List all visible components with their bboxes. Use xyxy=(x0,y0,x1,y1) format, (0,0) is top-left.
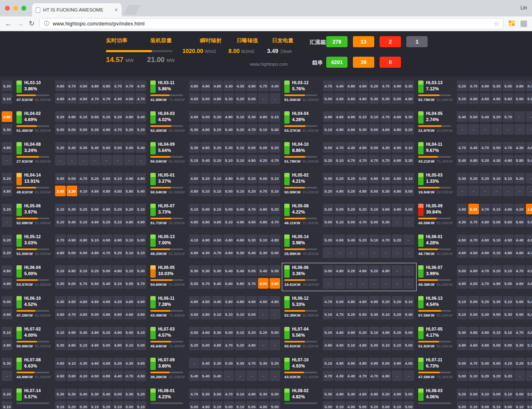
address-bar[interactable]: ⓘ www.hightopo.com/demo/pv/index.html ☆ xyxy=(39,18,504,29)
string-value-cell: 4.10 xyxy=(78,186,89,196)
string-value-cell: 4.90 xyxy=(67,111,77,122)
string-group[interactable]: HL05-013.27%50.54KW81.60KW4.805.205.104.… xyxy=(150,173,280,196)
device-progress-fill xyxy=(16,341,37,342)
device-titles: HL05-143.98% xyxy=(292,234,309,247)
string-group[interactable]: HL05-084.22%46.11KW71.40KW5.205.005.205.… xyxy=(284,204,414,227)
device-titles: HL05-084.22% xyxy=(292,204,309,216)
combiner-offline-badge[interactable]: 1 xyxy=(406,36,428,47)
string-group[interactable]: HL07-054.17%51.82KW81.60KW5.304.804.905.… xyxy=(418,327,532,350)
string-group[interactable]: HL04-024.69%51.45KW81.60KW5.204.905.105.… xyxy=(16,111,146,135)
string-group[interactable]: HL07-116.73%47.58KW71.40KW5.004.705.405.… xyxy=(418,358,532,381)
string-cells: 4.905.005.204.905.105.304.805.105.304.90… xyxy=(189,111,280,135)
url-text[interactable]: www.hightopo.com/demo/pv/index.html xyxy=(53,21,145,27)
combiner-alarm-badge[interactable]: 2 xyxy=(380,36,401,47)
string-group[interactable]: HL07-086.63%44.99KW81.60KW4.604.104.304.… xyxy=(16,358,146,381)
string-value-cell: 5.10 xyxy=(113,216,123,227)
string-group[interactable]: HL04-1413.91%48.61KW81.60KW5.005.004.705… xyxy=(16,173,146,196)
device-power: 53.37KW81.60KW xyxy=(284,128,320,133)
string-group[interactable]: HL03-125.76%51.00KW81.60KW4.704.404.804.… xyxy=(284,80,414,104)
string-group[interactable]: HL06-0510.03%54.60KW81.60KW5.305.305.305… xyxy=(150,265,280,289)
string-group[interactable]: HL08-024.82%5.304.905.404.904.905.204.90… xyxy=(284,388,414,409)
device-loss-percent: 4.57% xyxy=(158,333,175,338)
string-group[interactable]: HL08-034.06%5.205.005.105.005.105.005.00… xyxy=(418,388,532,409)
device-progressbar xyxy=(16,279,49,281)
string-group[interactable]: HL07-045.56%50.91KW81.60KW5.204.604.905.… xyxy=(284,327,414,350)
tab-close-icon[interactable]: × xyxy=(115,7,118,13)
string-group[interactable]: HL04-119.67%43.21KW71.40KW4.704.404.705.… xyxy=(418,142,532,165)
forward-button[interactable]: → xyxy=(17,20,24,27)
string-group[interactable]: HL05-073.73%51.72KW81.60KW5.105.005.105.… xyxy=(150,204,280,227)
string-group[interactable]: HL06-134.54%57.56KW81.60KW5.105.005.205.… xyxy=(418,296,532,319)
string-warning-badge[interactable]: 39 xyxy=(353,57,374,68)
combiner-warning-badge[interactable]: 13 xyxy=(353,36,374,47)
string-group[interactable]: HL05-0930.84%45.59KW81.60KW4.900.304.705… xyxy=(418,204,532,227)
device-info: HL05-137.00%49.20KW81.60KW xyxy=(150,234,187,258)
string-value-cell: 4.90 xyxy=(357,340,368,350)
string-group[interactable]: HL04-108.86%51.78KW81.60KW5.004.704.404.… xyxy=(284,142,414,165)
string-group[interactable]: HL05-137.00%49.20KW81.60KW4.104.904.504.… xyxy=(150,234,280,258)
string-group[interactable]: HL03-137.12%52.79KW81.60KW5.204.704.905.… xyxy=(418,80,532,104)
minimize-window-button[interactable] xyxy=(13,6,18,11)
device-progress-fill xyxy=(418,156,438,158)
string-ok-badge[interactable]: 4201 xyxy=(326,57,348,68)
device-loss-percent: 4.23% xyxy=(158,394,175,399)
string-value-cell: 4.70 xyxy=(90,93,100,104)
string-group[interactable]: HL04-052.74%21.97KW30.60KW5.405.505.405.… xyxy=(418,111,532,135)
string-group[interactable]: HL04-034.02%52.40KW81.60KW4.905.005.204.… xyxy=(150,111,280,135)
extension-icon[interactable] xyxy=(520,21,527,27)
device-header: HL05-123.03% xyxy=(16,234,53,247)
string-group[interactable]: HL05-143.98%25.89KW40.80KW5.204.905.405.… xyxy=(284,234,414,258)
string-group[interactable]: HL07-093.80%36.26KW61.20KW–5.405.305.305… xyxy=(150,358,280,381)
string-group[interactable]: HL06-104.52%47.26KW81.60KW4.304.504.604.… xyxy=(16,296,146,319)
string-group[interactable]: HL07-104.93%43.02KW71.40KW5.104.904.904.… xyxy=(284,358,414,381)
string-group[interactable]: HL04-095.64%50.04KW81.60KW5.304.905.205.… xyxy=(150,142,280,165)
string-group[interactable]: HL05-063.97%52.68KW81.60KW5.105.305.205.… xyxy=(16,204,146,227)
device-current-power: 50.96KW xyxy=(16,344,33,348)
string-group[interactable]: HL05-123.03%51.00KW81.60KW4.704.904.905.… xyxy=(16,234,146,258)
string-group[interactable]: HL03-103.86%47.51KW81.60KW4.604.704.504.… xyxy=(16,80,146,104)
string-group[interactable]: HL05-024.21%50.99KW81.60KW5.305.205.205.… xyxy=(284,173,414,196)
string-value-cell: – xyxy=(514,186,525,196)
device-current-power: 47.26KW xyxy=(16,313,33,317)
alarm-value-cell: 1.80 xyxy=(526,204,532,214)
string-group[interactable]: HL06-014.28%48.79KW81.60KW4.504.704.605.… xyxy=(418,234,532,258)
combiner-ok-badge[interactable]: 278 xyxy=(326,36,348,47)
page-info-icon[interactable]: ⓘ xyxy=(44,20,49,28)
bookmark-star-icon[interactable]: ☆ xyxy=(494,20,499,28)
string-alarm-badge[interactable]: 0 xyxy=(380,57,401,68)
string-group[interactable]: HL04-083.24%27.91KW40.80KW5.205.405.305.… xyxy=(16,142,146,165)
string-group[interactable]: HL08-014.23%4.705.305.004.705.104.905.30… xyxy=(150,388,280,409)
device-loss-percent: 7.28% xyxy=(158,302,175,307)
zoom-window-button[interactable] xyxy=(21,6,26,11)
string-group[interactable]: HL05-031.33%19.94KW30.60KW5.305.205.205.… xyxy=(418,173,532,196)
string-value-cell: – xyxy=(113,155,123,165)
string-group[interactable]: HL04-044.28%53.37KW81.60KW4.904.604.905.… xyxy=(284,111,414,135)
device-header: HL04-108.86% xyxy=(284,142,320,154)
string-cells: 4.904.604.905.105.104.704.605.305.104.90… xyxy=(323,111,414,135)
new-tab-button[interactable] xyxy=(123,5,141,15)
device-info: HL07-054.17%51.82KW81.60KW xyxy=(418,327,454,350)
string-value-cell: 4.60 xyxy=(514,278,525,289)
string-group[interactable]: HL07-034.57%45.64KW71.40KW4.504.605.305.… xyxy=(150,327,280,350)
extension-grid-icon[interactable] xyxy=(509,21,516,27)
device-current-power: 51.72KW xyxy=(150,221,167,225)
string-group[interactable]: HL06-063.36%19.61KW30.60KW5.004.805.204.… xyxy=(284,265,414,289)
browser-tab[interactable]: HT IS FUCKING AWESOME × xyxy=(32,3,122,16)
device-header: HL06-117.28% xyxy=(150,296,187,308)
back-button[interactable]: ← xyxy=(5,20,12,27)
device-info: HL04-083.24%27.91KW40.80KW xyxy=(16,142,53,165)
string-group[interactable]: HL06-045.00%53.57KW81.60KW5.104.905.105.… xyxy=(16,265,146,289)
string-group[interactable]: HL07-024.00%50.96KW81.60KW5.104.905.404.… xyxy=(16,327,146,350)
edge-cells: 5.205.10 xyxy=(2,388,12,409)
string-group[interactable]: HL06-073.99%49.38KW81.60KW5.004.904.705.… xyxy=(418,265,532,289)
device-row: 5.204.80HL04-1413.91%48.61KW81.60KW5.005… xyxy=(2,173,532,196)
reload-button[interactable]: ↻ xyxy=(29,20,35,27)
string-value-cell: 5.20 xyxy=(67,401,77,409)
string-group[interactable]: HL06-117.28%43.49KW71.40KW4.804.504.403.… xyxy=(150,296,280,319)
string-group[interactable]: HL03-115.86%41.89KW71.40KW4.804.904.804.… xyxy=(150,80,280,104)
string-value-cell: 4.60 xyxy=(380,204,391,214)
close-window-button[interactable] xyxy=(5,6,10,11)
string-value-cell: 5.40 xyxy=(78,388,89,399)
string-group[interactable]: HL07-145.57%5.305.305.405.305.405.005.30… xyxy=(16,388,146,409)
string-group[interactable]: HL06-125.33%52.36KW81.60KW4.705.004.804.… xyxy=(284,296,414,319)
